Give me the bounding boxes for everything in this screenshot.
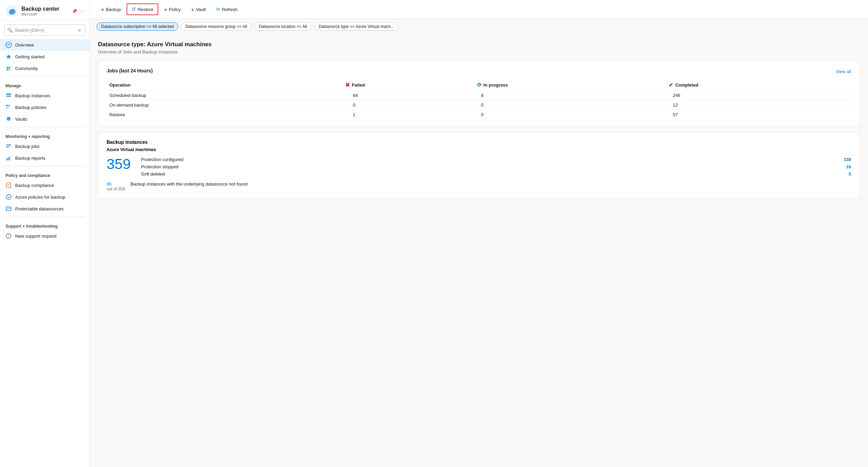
svg-rect-9 <box>8 107 10 108</box>
svg-point-2 <box>7 67 9 69</box>
divider-support <box>4 217 85 217</box>
sidebar-item-backup-reports-label: Backup reports <box>15 156 45 161</box>
col-failed-header: ✖ Failed <box>342 80 474 91</box>
filter-datasource-type-label: Datasource type == Azure Virtual mach... <box>319 24 394 29</box>
protectable-datasources-icon <box>6 206 12 212</box>
policy-button[interactable]: + Policy <box>160 4 185 15</box>
sidebar: Backup center Microsoft 📌 ··· 🔍 » Overvi… <box>0 0 90 467</box>
backup-instances-icon <box>6 92 12 99</box>
table-row: On-demand backup0012 <box>107 100 851 110</box>
completed-icon: ✔ <box>669 82 673 88</box>
sidebar-item-backup-instances[interactable]: Backup instances <box>0 90 89 101</box>
jobs-card: Jobs (last 24 Hours) View all Operation … <box>98 61 860 127</box>
section-monitoring-label: Monitoring + reporting <box>0 129 89 140</box>
failed-icon: ✖ <box>345 82 350 88</box>
soft-deleted-row: Soft deleted 5 <box>141 171 851 177</box>
protection-stopped-row: Protection stopped 16 <box>141 164 851 169</box>
page-subtitle: Overview of Jobs and Backup instances <box>98 49 860 54</box>
protection-configured-val[interactable]: 338 <box>837 157 851 162</box>
filter-location[interactable]: Datasource location == All <box>255 22 311 31</box>
sidebar-item-new-support[interactable]: ? New support request <box>0 230 89 242</box>
footer-num[interactable]: 86 <box>107 181 125 187</box>
divider-manage <box>4 76 85 77</box>
backup-plus-icon: + <box>101 7 104 12</box>
instances-total[interactable]: 359 <box>107 157 131 171</box>
content-area: Datasource type: Azure Virtual machines … <box>90 34 868 467</box>
sidebar-item-backup-policies-label: Backup policies <box>15 105 46 110</box>
instances-vm-title: Azure Virtual machines <box>107 147 851 152</box>
backup-center-logo <box>6 5 18 17</box>
backup-policies-icon <box>6 104 12 110</box>
sidebar-item-backup-reports[interactable]: Backup reports <box>0 152 89 164</box>
operation-cell: On-demand backup <box>107 100 342 110</box>
overview-icon <box>6 42 12 48</box>
search-input[interactable] <box>15 28 77 33</box>
completed-cell[interactable]: 12 <box>666 100 851 110</box>
filter-resource-group[interactable]: Datasource resource group == All <box>181 22 252 31</box>
sidebar-item-vaults[interactable]: Vaults <box>0 113 89 125</box>
failed-cell[interactable]: 64 <box>342 91 474 100</box>
sidebar-item-backup-policies[interactable]: Backup policies <box>0 101 89 113</box>
backup-jobs-icon <box>6 143 12 149</box>
filter-datasource-type[interactable]: Datasource type == Azure Virtual mach... <box>314 22 399 31</box>
svg-rect-13 <box>7 158 8 160</box>
sidebar-item-protectable-datasources[interactable]: Protectable datasources <box>0 203 89 215</box>
svg-rect-15 <box>9 156 10 160</box>
jobs-card-title: Jobs (last 24 Hours) <box>107 68 153 73</box>
sidebar-item-community[interactable]: Community <box>0 62 89 74</box>
azure-policies-icon <box>6 194 12 200</box>
vaults-icon <box>6 116 12 122</box>
policy-button-label: Policy <box>169 7 181 12</box>
failed-cell: 0 <box>342 100 474 110</box>
progress-header: ⟳ In progress <box>477 82 663 88</box>
restore-icon: ↺ <box>131 6 136 12</box>
section-manage-label: Manage <box>0 79 89 90</box>
getting-started-icon <box>6 53 12 60</box>
collapse-sidebar-button[interactable]: » <box>77 27 82 33</box>
more-icon[interactable]: ··· <box>80 9 84 14</box>
soft-deleted-val[interactable]: 5 <box>837 171 851 177</box>
app-subtitle: Microsoft <box>21 12 59 16</box>
sidebar-search-container[interactable]: 🔍 » <box>4 24 85 36</box>
sidebar-item-backup-compliance-label: Backup compliance <box>15 183 54 188</box>
sidebar-item-vaults-label: Vaults <box>15 117 27 122</box>
sidebar-item-getting-started[interactable]: Getting started <box>0 51 89 62</box>
filter-subscription[interactable]: Datasource subscription == 66 selected <box>97 22 178 31</box>
sidebar-item-azure-policies[interactable]: Azure policies for backup <box>0 191 89 203</box>
backup-button[interactable]: + Backup <box>97 4 125 15</box>
footer-num-block: 86 out of 359 <box>107 181 125 191</box>
restore-button[interactable]: ↺ Restore <box>127 3 158 15</box>
operation-cell: Scheduled backup <box>107 91 342 100</box>
app-title-block: Backup center Microsoft <box>21 6 59 16</box>
col-progress-header: ⟳ In progress <box>474 80 666 91</box>
view-all-link[interactable]: View all <box>836 69 851 74</box>
progress-cell[interactable]: 8 <box>474 91 666 100</box>
svg-point-3 <box>9 67 11 69</box>
jobs-table-header-row: Operation ✖ Failed ⟳ In progress <box>107 80 851 91</box>
vault-button-label: Vault <box>196 7 206 12</box>
vault-button[interactable]: + Vault <box>187 4 210 15</box>
backup-instances-card: Backup instances Azure Virtual machines … <box>98 132 860 199</box>
completed-cell[interactable]: 57 <box>666 110 851 120</box>
failed-label: Failed <box>352 82 365 88</box>
progress-cell: 0 <box>474 110 666 120</box>
protection-stopped-val[interactable]: 16 <box>837 164 851 169</box>
jobs-card-header: Jobs (last 24 Hours) View all <box>107 68 851 75</box>
sidebar-item-backup-jobs[interactable]: Backup jobs <box>0 140 89 152</box>
pin-icon[interactable]: 📌 <box>72 9 77 14</box>
restore-button-label: Restore <box>138 7 153 12</box>
sidebar-item-overview[interactable]: Overview <box>0 39 89 51</box>
completed-cell[interactable]: 246 <box>666 91 851 100</box>
section-policy-label: Policy and compliance <box>0 168 89 179</box>
refresh-button[interactable]: ⟳ Refresh <box>212 4 242 14</box>
table-row: Scheduled backup648246 <box>107 91 851 100</box>
soft-deleted-label: Soft deleted <box>141 171 165 177</box>
protection-configured-row: Protection configured 338 <box>141 157 851 162</box>
instances-footer: 86 out of 359 Backup instances with the … <box>107 181 851 191</box>
failed-cell[interactable]: 1 <box>342 110 474 120</box>
support-icon: ? <box>6 233 12 239</box>
col-completed-header: ✔ Completed <box>666 80 851 91</box>
sidebar-item-backup-compliance[interactable]: Backup compliance <box>0 179 89 191</box>
backup-button-label: Backup <box>106 7 121 12</box>
table-row: Restore1057 <box>107 110 851 120</box>
